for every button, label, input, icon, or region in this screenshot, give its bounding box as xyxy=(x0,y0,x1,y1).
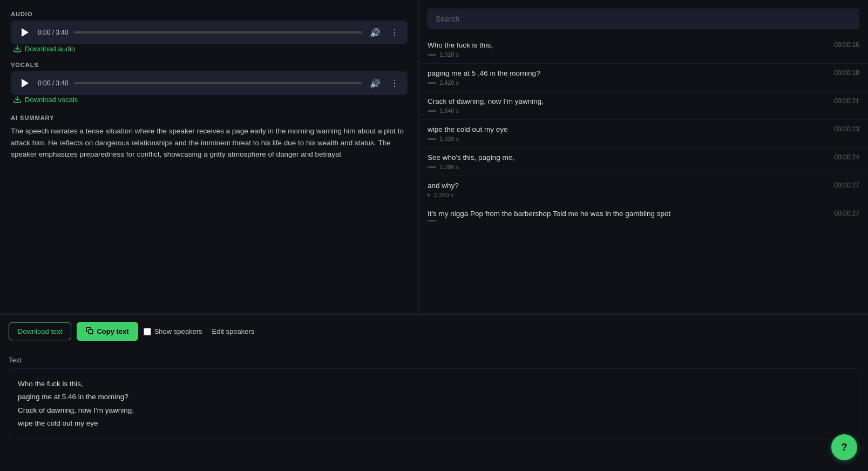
audio-progress-bar[interactable] xyxy=(74,31,362,33)
transcript-item-meta: 2.420 s xyxy=(428,79,859,86)
ai-summary-title: AI SUMMARY xyxy=(11,115,408,121)
transcript-item-text: Who the fuck is this, xyxy=(428,41,834,49)
vocals-time: 0:00 / 3:40 xyxy=(38,79,69,87)
audio-time: 0:00 / 3:40 xyxy=(38,29,69,36)
download-vocals-label: Download vocals xyxy=(25,96,78,104)
transcript-duration: 1.920 s xyxy=(439,51,459,58)
meta-dot-icon xyxy=(428,138,436,140)
ai-summary-section: AI SUMMARY The speech narrates a tense s… xyxy=(11,115,408,160)
transcript-item-meta: 1.320 s xyxy=(428,136,859,142)
transcript-item[interactable]: Crack of dawning, now I'm yawning, 00:00… xyxy=(419,92,868,120)
text-label: Text xyxy=(9,356,859,364)
copy-text-label: Copy text xyxy=(97,327,128,335)
transcript-item-text: It's my nigga Pop from the barbershop To… xyxy=(428,210,834,218)
transcript-item[interactable]: wipe the cold out my eye 00:00:23 1.320 … xyxy=(419,120,868,148)
vocals-section: VOCALS 0:00 / 3:40 🔊 ⋮ xyxy=(11,62,408,104)
download-audio-link[interactable]: Download audio xyxy=(11,44,408,53)
text-line: Crack of dawning, now I'm yawning, xyxy=(18,404,850,417)
transcript-item-time: 00:00:16 xyxy=(834,41,859,49)
vocals-progress-bar[interactable] xyxy=(74,82,362,84)
transcript-item[interactable]: paging me at 5 .46 in the morning? 00:00… xyxy=(419,64,868,92)
transcript-item-text: wipe the cold out my eye xyxy=(428,125,834,133)
text-line: wipe the cold out my eye xyxy=(18,417,850,430)
text-line: paging me at 5.46 in the morning? xyxy=(18,391,850,403)
transcript-duration: 0.280 s xyxy=(434,192,453,198)
audio-player: 0:00 / 3:40 🔊 ⋮ xyxy=(11,21,408,44)
meta-triangle-icon xyxy=(428,193,431,197)
download-vocals-icon xyxy=(13,95,22,104)
transcript-item-time: 00:00:27 xyxy=(834,210,859,217)
download-text-button[interactable]: Download text xyxy=(9,322,71,340)
transcript-item-header: See who's this, paging me, 00:00:24 xyxy=(428,153,859,162)
download-vocals-link[interactable]: Download vocals xyxy=(11,95,408,104)
transcript-item[interactable]: See who's this, paging me, 00:00:24 2.08… xyxy=(419,148,868,176)
transcript-duration: 2.420 s xyxy=(439,79,459,86)
transcript-item-text: and why? xyxy=(428,181,834,190)
download-audio-icon xyxy=(13,44,22,53)
help-icon: ? xyxy=(842,442,847,453)
text-section: Text Who the fuck is this,paging me at 5… xyxy=(0,347,868,448)
transcript-item[interactable]: It's my nigga Pop from the barbershop To… xyxy=(419,204,868,227)
transcript-item-meta: 2.080 s xyxy=(428,164,859,170)
transcript-item-time: 00:00:23 xyxy=(834,125,859,133)
show-speakers-text: Show speakers xyxy=(154,327,202,335)
vocals-player: 0:00 / 3:40 🔊 ⋮ xyxy=(11,71,408,95)
transcript-item-text: paging me at 5 .46 in the morning? xyxy=(428,69,834,77)
transcript-list: Who the fuck is this, 00:00:16 1.920 s p… xyxy=(419,36,868,313)
right-panel: Who the fuck is this, 00:00:16 1.920 s p… xyxy=(418,0,868,313)
audio-volume-button[interactable]: 🔊 xyxy=(368,25,383,40)
transcript-item[interactable]: and why? 00:00:27 0.280 s xyxy=(419,176,868,204)
transcript-duration: 1.320 s xyxy=(439,136,459,142)
transcript-item-time: 00:00:18 xyxy=(834,69,859,77)
transcript-duration: 2.080 s xyxy=(439,164,459,170)
search-input[interactable] xyxy=(428,9,859,29)
transcript-item-meta xyxy=(428,220,859,221)
transcript-item-header: paging me at 5 .46 in the morning? 00:00… xyxy=(428,69,859,77)
meta-dot-icon xyxy=(428,110,436,112)
meta-dot-icon xyxy=(428,220,436,221)
svg-rect-2 xyxy=(89,329,93,334)
vocals-play-icon xyxy=(22,79,29,88)
meta-dot-icon xyxy=(428,82,436,84)
vocals-more-button[interactable]: ⋮ xyxy=(388,76,401,91)
transcript-item-header: Who the fuck is this, 00:00:16 xyxy=(428,41,859,49)
copy-text-button[interactable]: Copy text xyxy=(77,322,138,341)
text-line: Who the fuck is this, xyxy=(18,378,850,391)
bottom-toolbar: Download text Copy text Show speakers Ed… xyxy=(0,315,868,347)
transcript-item[interactable]: Who the fuck is this, 00:00:16 1.920 s xyxy=(419,36,868,64)
audio-more-button[interactable]: ⋮ xyxy=(388,25,401,40)
transcript-item-header: Crack of dawning, now I'm yawning, 00:00… xyxy=(428,97,859,105)
transcript-item-meta: 1.640 s xyxy=(428,107,859,114)
ai-summary-text: The speech narrates a tense situation wh… xyxy=(11,125,408,160)
audio-label: AUDIO xyxy=(11,11,408,17)
transcript-item-header: wipe the cold out my eye 00:00:23 xyxy=(428,125,859,133)
audio-play-button[interactable] xyxy=(17,25,32,40)
text-content-area: Who the fuck is this,paging me at 5.46 i… xyxy=(9,368,859,439)
show-speakers-checkbox[interactable] xyxy=(144,328,151,335)
audio-section: AUDIO 0:00 / 3:40 🔊 ⋮ xyxy=(11,11,408,53)
transcript-duration: 1.640 s xyxy=(439,107,459,114)
download-audio-label: Download audio xyxy=(25,45,75,53)
edit-speakers-button[interactable]: Edit speakers xyxy=(208,323,259,340)
transcript-item-time: 00:00:21 xyxy=(834,97,859,105)
meta-dot-icon xyxy=(428,54,436,56)
transcript-item-meta: 0.280 s xyxy=(428,192,859,198)
play-icon xyxy=(22,28,29,37)
help-fab[interactable]: ? xyxy=(831,434,857,460)
bottom-section: Download text Copy text Show speakers Ed… xyxy=(0,313,868,471)
meta-dot-icon xyxy=(428,166,436,168)
search-bar-wrap xyxy=(419,9,868,36)
transcript-item-header: It's my nigga Pop from the barbershop To… xyxy=(428,210,859,218)
transcript-item-text: Crack of dawning, now I'm yawning, xyxy=(428,97,834,105)
show-speakers-label[interactable]: Show speakers xyxy=(144,327,202,335)
copy-icon xyxy=(86,327,93,336)
transcript-item-time: 00:00:27 xyxy=(834,181,859,189)
transcript-item-meta: 1.920 s xyxy=(428,51,859,58)
vocals-play-button[interactable] xyxy=(17,76,32,91)
transcript-item-text: See who's this, paging me, xyxy=(428,153,834,162)
transcript-item-header: and why? 00:00:27 xyxy=(428,181,859,190)
transcript-item-time: 00:00:24 xyxy=(834,153,859,161)
vocals-label: VOCALS xyxy=(11,62,408,68)
left-panel: AUDIO 0:00 / 3:40 🔊 ⋮ xyxy=(0,0,418,313)
vocals-volume-button[interactable]: 🔊 xyxy=(368,76,383,91)
